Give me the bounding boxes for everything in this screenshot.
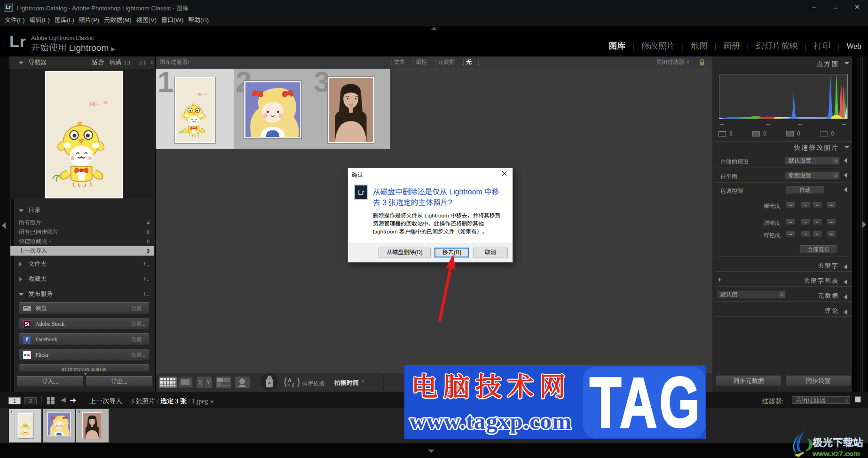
svg-text:A: A [288,378,292,383]
svg-text:X: X [198,379,202,386]
svg-text:Y: Y [206,379,210,386]
svg-text:www.xz7.com: www.xz7.com [812,450,860,458]
svg-text:极光下载站: 极光下载站 [813,434,863,449]
svg-text:Z: Z [292,382,295,387]
